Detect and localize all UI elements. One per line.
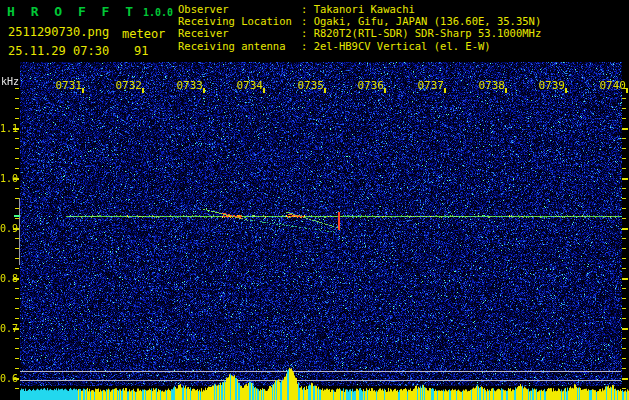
observation-mode-label: meteor [122,27,165,41]
info-separator: : [301,40,314,52]
station-info-block: Observer: Takanori KawachiReceiving Loca… [178,3,541,52]
station-info-row: Receiving Location: Ogaki, Gifu, JAPAN (… [178,15,541,27]
freq-tick-label: 0.8 [0,273,14,284]
hrofft-output-image: H R O F F T 1.0.0 2511290730.png meteor … [0,0,629,400]
spectrogram-canvas [0,60,629,400]
info-label: Receiving antenna [178,40,301,52]
output-filename: 2511290730.png [8,25,109,39]
freq-tick-label: 0.9 [0,223,14,234]
time-tick-label: 0732 [114,79,142,92]
app-title: H R O F F T [7,4,137,19]
freq-axis-unit-label: kHz [1,76,19,87]
station-info-row: Receiving antenna: 2el-HB9CV Vertical (e… [178,40,541,52]
info-separator: : [301,15,314,27]
info-label: Receiver [178,27,301,39]
meteor-count: 91 [134,44,148,58]
time-tick-label: 0736 [356,79,384,92]
info-label: Receiving Location [178,15,301,27]
time-tick-label: 0733 [175,79,203,92]
freq-tick-label: 0.6 [0,373,14,384]
info-separator: : [301,3,314,15]
time-tick-label: 0735 [296,79,324,92]
station-info-row: Observer: Takanori Kawachi [178,3,541,15]
info-label: Observer [178,3,301,15]
time-tick-label: 0738 [477,79,505,92]
spectrogram-plot: kHz 1.11.00.90.80.70.6 07310732073307340… [0,60,629,400]
freq-tick-label: 0.7 [0,323,14,334]
info-value: 2el-HB9CV Vertical (el. E-W) [314,40,491,52]
info-value: R820T2(RTL-SDR) SDR-Sharp 53.1000MHz [314,27,542,39]
info-value: Ogaki, Gifu, JAPAN (136.60E, 35.35N) [314,15,542,27]
freq-tick-label: 1.1 [0,123,14,134]
app-version: 1.0.0 [143,7,173,18]
observation-datetime: 25.11.29 07:30 [8,44,109,58]
time-tick-label: 0739 [537,79,565,92]
info-value: Takanori Kawachi [314,3,415,15]
time-tick-label: 0737 [416,79,444,92]
time-tick-label: 0740 [598,79,626,92]
time-tick-label: 0731 [54,79,82,92]
time-tick-label: 0734 [235,79,263,92]
station-info-row: Receiver: R820T2(RTL-SDR) SDR-Sharp 53.1… [178,27,541,39]
info-separator: : [301,27,314,39]
freq-tick-label: 1.0 [0,173,14,184]
